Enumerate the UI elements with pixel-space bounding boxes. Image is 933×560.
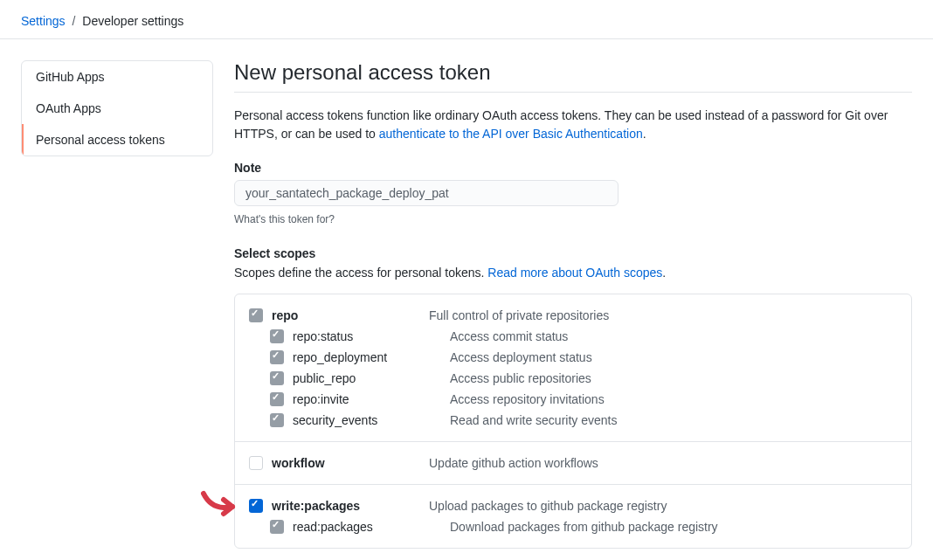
scope-name: repo:invite: [293, 392, 450, 406]
scope-desc: Access repository invitations: [450, 392, 605, 406]
scope-name: write:packages: [272, 499, 429, 513]
note-input[interactable]: [234, 180, 619, 206]
scope-row-public-repo: public_repo Access public repositories: [249, 368, 897, 389]
checkbox-workflow[interactable]: [249, 456, 263, 470]
sidebar: GitHub Apps OAuth Apps Personal access t…: [21, 60, 213, 549]
checkbox-repo-deployment[interactable]: [270, 350, 284, 364]
page-title: New personal access token: [234, 60, 912, 93]
scopes-intro: Scopes define the access for personal to…: [234, 266, 912, 280]
scope-name: security_events: [293, 413, 450, 427]
breadcrumb-settings-link[interactable]: Settings: [21, 14, 66, 28]
scope-desc: Download packages from github package re…: [450, 520, 718, 534]
intro-text: Personal access tokens function like ord…: [234, 107, 912, 143]
sidebar-item-personal-access-tokens[interactable]: Personal access tokens: [22, 124, 212, 156]
sidebar-item-oauth-apps[interactable]: OAuth Apps: [22, 93, 212, 124]
checkbox-repo-status[interactable]: [270, 329, 284, 343]
scope-desc: Update github action workflows: [429, 456, 598, 470]
checkbox-repo[interactable]: [249, 308, 263, 322]
checkbox-security-events[interactable]: [270, 413, 284, 427]
checkbox-public-repo[interactable]: [270, 371, 284, 385]
scope-row-repo: repo Full control of private repositorie…: [249, 305, 897, 326]
scope-desc: Access commit status: [450, 329, 568, 343]
scope-row-write-packages: write:packages Upload packages to github…: [249, 495, 897, 516]
checkbox-write-packages[interactable]: [249, 499, 263, 513]
scope-name: public_repo: [293, 371, 450, 385]
scope-name: workflow: [272, 456, 429, 470]
auth-api-link[interactable]: authenticate to the API over Basic Authe…: [379, 127, 643, 141]
breadcrumb-current: Developer settings: [82, 14, 183, 28]
note-label: Note: [234, 161, 912, 175]
sidebar-item-github-apps[interactable]: GitHub Apps: [22, 61, 212, 93]
scopes-heading: Select scopes: [234, 246, 912, 260]
scope-row-repo-invite: repo:invite Access repository invitation…: [249, 389, 897, 410]
scopes-link[interactable]: Read more about OAuth scopes: [487, 266, 662, 280]
scope-name: read:packages: [293, 520, 450, 534]
scope-row-repo-status: repo:status Access commit status: [249, 326, 897, 347]
scope-desc: Access deployment status: [450, 350, 592, 364]
scope-row-repo-deployment: repo_deployment Access deployment status: [249, 347, 897, 368]
breadcrumb-separator: /: [72, 14, 75, 28]
scope-group-workflow: workflow Update github action workflows: [235, 442, 911, 485]
note-hint: What's this token for?: [234, 213, 912, 225]
scope-row-workflow: workflow Update github action workflows: [249, 453, 897, 474]
scope-desc: Upload packages to github package regist…: [429, 499, 667, 513]
checkbox-read-packages[interactable]: [270, 520, 284, 534]
main-content: New personal access token Personal acces…: [234, 60, 912, 549]
scope-name: repo: [272, 308, 429, 322]
scope-desc: Access public repositories: [450, 371, 591, 385]
scopes-table: repo Full control of private repositorie…: [234, 294, 912, 549]
scope-desc: Full control of private repositories: [429, 308, 609, 322]
checkbox-repo-invite[interactable]: [270, 392, 284, 406]
scope-name: repo:status: [293, 329, 450, 343]
breadcrumb: Settings / Developer settings: [0, 0, 933, 39]
scope-group-write-packages: write:packages Upload packages to github…: [235, 485, 911, 548]
scope-group-repo: repo Full control of private repositorie…: [235, 294, 911, 442]
scope-name: repo_deployment: [293, 350, 450, 364]
scope-row-read-packages: read:packages Download packages from git…: [249, 516, 897, 537]
scope-desc: Read and write security events: [450, 413, 617, 427]
scope-row-security-events: security_events Read and write security …: [249, 410, 897, 431]
